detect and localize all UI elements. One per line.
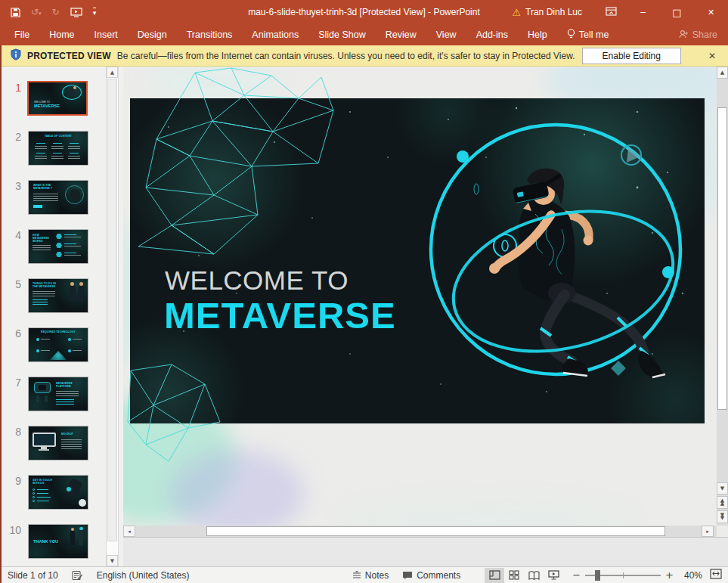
ribbon-display-options-icon[interactable] [596,7,626,18]
tab-file[interactable]: File [5,24,39,45]
lightbulb-icon [567,29,575,42]
slide-editing-area[interactable]: WELCOME TO METAVERSE ▲ ▼ ▲▲ ▼▼ ◂ ▸ [123,67,728,537]
spellcheck-icon[interactable] [72,570,83,581]
slide-indicator[interactable]: Slide 1 of 10 [8,570,58,581]
thumbnail-slide-6[interactable]: 6 REQUIRED TECHNOLOGY [2,327,123,364]
save-icon[interactable] [11,8,20,17]
account-info[interactable]: ⚠ Tran Dinh Luc [512,7,582,18]
previous-slide-button[interactable]: ▲▲ [717,496,728,509]
thumbnail-slide-7[interactable]: 7 METAVERSE PLATFORM [2,377,123,413]
zoom-slider[interactable] [585,568,661,583]
tell-me[interactable]: Tell me [557,29,619,42]
scrollbar-thumb[interactable] [717,107,727,410]
slide-number: 5 [5,278,21,290]
vertical-scrollbar[interactable]: ▲ ▼ ▲▲ ▼▼ [717,67,728,526]
slide-title-text[interactable]: METAVERSE [164,294,396,336]
status-bar: Slide 1 of 10 English (United States) No… [2,566,728,583]
thumbnail-slide-8[interactable]: 8 MOCKUP [2,426,123,462]
thumbnail-slide-10[interactable]: 10 THANK YOU [2,524,123,560]
account-warning-icon: ⚠ [512,7,521,18]
banner-close-icon[interactable]: ✕ [708,51,716,61]
redo-icon: ↻ [52,7,60,17]
tab-animations[interactable]: Animations [242,24,308,45]
thumbnail-slide-9[interactable]: 9 GET IN TOUCH WITH US [2,475,123,511]
scroll-up-icon[interactable]: ▲ [717,67,728,79]
language-indicator[interactable]: English (United States) [97,570,190,581]
minimize-button[interactable]: ─ [626,0,660,24]
maximize-button[interactable]: □ [660,0,694,24]
tab-view[interactable]: View [426,24,466,45]
undo-icon: ↺▾ [31,7,42,17]
close-button[interactable]: ✕ [694,0,728,24]
account-name: Tran Dinh Luc [525,7,582,17]
shield-icon [11,48,21,63]
fit-to-window-button[interactable] [710,569,722,581]
scroll-right-icon[interactable]: ▸ [702,526,714,537]
notes-toggle[interactable]: Notes [352,570,389,581]
thumbnail-slide-1[interactable]: 1 WELCOME TO METAVERSE [2,82,123,118]
scroll-up-icon[interactable]: ▲ [107,67,118,78]
zoom-out-button[interactable]: − [572,569,581,581]
thumbnail-scrollbar[interactable]: ▲ ▼ [106,67,119,566]
comments-toggle[interactable]: Comments [402,570,460,581]
quick-access-toolbar: ↺▾ ↻ ▾ [0,7,96,17]
zoom-level[interactable]: 40% [674,570,702,581]
tab-design[interactable]: Design [128,24,177,45]
slide-number: 6 [5,327,21,340]
horizontal-scrollbar[interactable]: ◂ ▸ [123,526,717,537]
slideshow-view-button[interactable] [544,568,563,583]
tab-transitions[interactable]: Transitions [177,24,243,45]
banner-title: PROTECTED VIEW [27,51,111,61]
scroll-down-icon[interactable]: ▼ [107,555,118,566]
start-slideshow-icon[interactable] [70,8,82,17]
next-slide-button[interactable]: ▼▼ [717,510,728,523]
notes-icon [352,571,361,579]
enable-editing-button[interactable]: Enable Editing [582,48,681,64]
share-person-icon [679,29,689,41]
share-button[interactable]: Share [679,29,717,41]
comments-icon [402,571,413,580]
powerpoint-window: ↺▾ ↻ ▾ mau-6-slide-thuyet-trinh-3d [Prot… [0,0,728,583]
scrollbar-thumb[interactable] [107,79,117,541]
reading-view-button[interactable] [524,568,544,583]
thumbnail-slide-3[interactable]: 3 WHAT IS THE METAVERSE ? [2,180,123,216]
slide-number: 9 [5,475,21,487]
tab-addins[interactable]: Add-ins [466,24,518,45]
scrollbar-thumb[interactable] [206,526,665,536]
slide-number: 10 [5,524,21,536]
thumbnail-slide-5[interactable]: 5 THINGS TO DO IN THE METAVERSE [2,278,123,315]
tab-home[interactable]: Home [39,24,84,45]
zoom-slider-handle[interactable] [595,570,600,581]
tab-review[interactable]: Review [376,24,426,45]
scroll-down-icon[interactable]: ▼ [717,482,728,495]
slide-number: 4 [5,229,21,241]
slide-number: 8 [5,426,21,438]
slide-number: 2 [5,131,21,143]
slide-thumbnail-panel: 1 WELCOME TO METAVERSE 2 TABLE OF CONTEN… [2,67,123,566]
thumbnail-slide-4[interactable]: 4 HOW METAVERSE WORKS [2,229,123,265]
ribbon-tab-bar: File Home Insert Design Transitions Anim… [0,24,728,45]
tab-help[interactable]: Help [518,24,557,45]
slide-subtitle-text[interactable]: WELCOME TO [165,265,349,296]
customize-qat-icon[interactable]: ▾ [93,8,97,17]
slide-number: 7 [5,377,21,389]
notes-splitter-area [123,537,728,566]
normal-view-button[interactable] [485,568,504,583]
scroll-left-icon[interactable]: ◂ [123,526,135,537]
slide-number: 3 [5,180,21,192]
tab-insert[interactable]: Insert [85,24,128,45]
zoom-in-button[interactable]: + [665,569,674,581]
protected-view-bar: PROTECTED VIEW Be careful—files from the… [2,45,728,67]
thumbnail-slide-2[interactable]: 2 TABLE OF CONTENT [2,131,123,167]
title-bar: ↺▾ ↻ ▾ mau-6-slide-thuyet-trinh-3d [Prot… [0,0,728,24]
slide-sorter-view-button[interactable] [504,568,524,583]
banner-message: Be careful—files from the Internet can c… [117,51,575,61]
slide-number: 1 [5,82,21,94]
tab-slideshow[interactable]: Slide Show [308,24,376,45]
